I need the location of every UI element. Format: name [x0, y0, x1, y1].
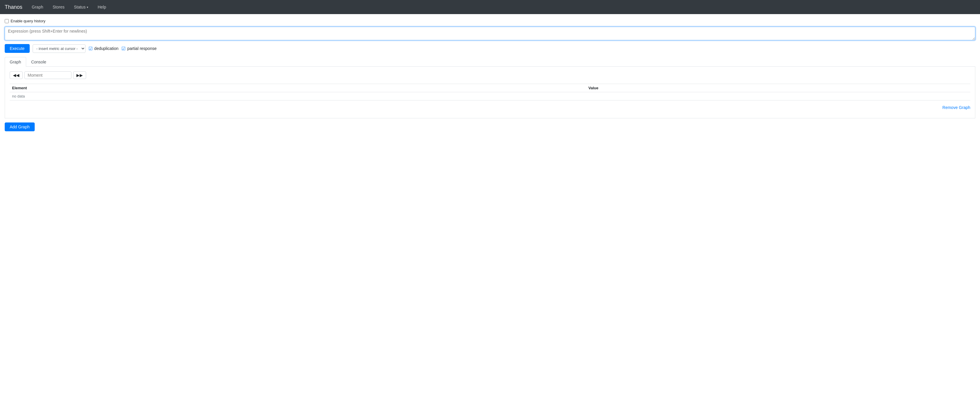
graph-panel: ◀◀ ▶▶ Element Value no data Remove Graph: [5, 66, 975, 118]
partial-response-label[interactable]: ☑ partial response: [121, 46, 157, 51]
time-next-button[interactable]: ▶▶: [73, 71, 86, 79]
table-body: no data: [10, 92, 970, 100]
query-history-checkbox[interactable]: [5, 19, 9, 23]
navbar-brand[interactable]: Thanos: [5, 4, 22, 10]
toolbar-row: Execute - insert metric at cursor - ☑ de…: [5, 44, 975, 53]
table-row-no-data: no data: [10, 92, 970, 100]
remove-graph-row: Remove Graph: [10, 105, 970, 110]
execute-button[interactable]: Execute: [5, 44, 30, 53]
moment-input[interactable]: [24, 71, 72, 79]
time-prev-button[interactable]: ◀◀: [10, 71, 22, 79]
nav-status-label: Status: [74, 5, 86, 9]
column-header-element: Element: [10, 84, 586, 92]
time-controls: ◀◀ ▶▶: [10, 71, 970, 79]
nav-link-stores[interactable]: Stores: [50, 3, 67, 11]
partial-response-checkmark-icon: ☑: [121, 46, 126, 51]
partial-response-text: partial response: [127, 46, 157, 51]
table-header: Element Value: [10, 84, 970, 92]
column-header-value: Value: [586, 84, 970, 92]
nav-link-graph[interactable]: Graph: [29, 3, 46, 11]
navbar: Thanos Graph Stores Status ▾ Help: [0, 0, 980, 14]
query-history-label[interactable]: Enable query history: [11, 19, 46, 23]
expression-input[interactable]: [5, 27, 975, 40]
tabs-row: Graph Console: [5, 57, 975, 66]
add-graph-button[interactable]: Add Graph: [5, 122, 35, 131]
no-data-cell: no data: [10, 92, 970, 100]
deduplication-checkmark-icon: ☑: [89, 46, 92, 51]
tab-graph[interactable]: Graph: [5, 57, 26, 66]
main-content: Enable query history Execute - insert me…: [0, 14, 980, 136]
chevron-down-icon: ▾: [87, 6, 88, 9]
remove-graph-link[interactable]: Remove Graph: [942, 105, 970, 110]
deduplication-text: deduplication: [94, 46, 119, 51]
metric-select[interactable]: - insert metric at cursor -: [33, 44, 86, 53]
data-table: Element Value no data: [10, 84, 970, 100]
nav-link-help[interactable]: Help: [95, 3, 108, 11]
deduplication-label[interactable]: ☑ deduplication: [89, 46, 119, 51]
nav-dropdown-status[interactable]: Status ▾: [72, 3, 91, 11]
tab-console[interactable]: Console: [26, 57, 51, 66]
query-history-row: Enable query history: [5, 19, 975, 23]
